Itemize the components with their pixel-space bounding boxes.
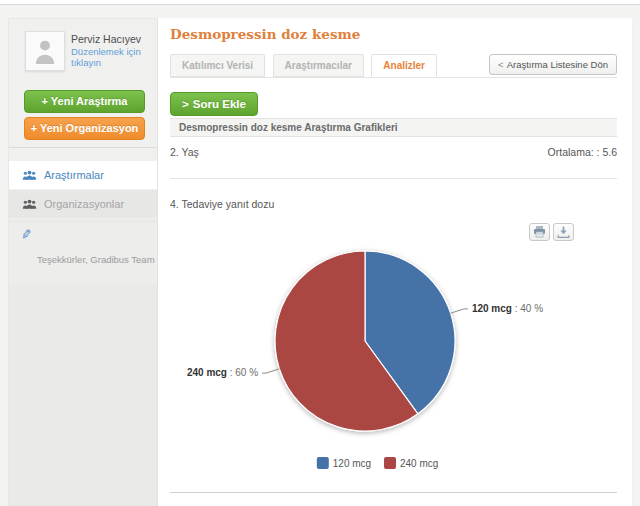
edit-profile-link[interactable]: Düzenlemek için tıklayın xyxy=(71,46,155,68)
sidebar-item-label: Araştırmalar xyxy=(44,161,104,189)
chevron-right-icon: > xyxy=(182,98,189,110)
users-icon xyxy=(22,199,37,210)
sidebar-item-label: Organizasyonlar xyxy=(44,190,124,218)
top-bar xyxy=(0,0,640,5)
add-question-button[interactable]: >Soru Ekle xyxy=(170,92,258,116)
sidebar: Perviz Hacıyev Düzenlemek için tıklayın … xyxy=(8,18,158,506)
legend-item[interactable]: 120 mcg xyxy=(317,457,371,469)
divider xyxy=(170,492,617,493)
chevron-left-icon: < xyxy=(498,59,504,70)
sidebar-nav: Araştırmalar Organizasyonlar ✎ Teşekkürl… xyxy=(9,161,157,505)
back-to-research-list-button[interactable]: <Araştırma Listesine Dön xyxy=(489,54,617,75)
pie-data-label: 240 mcg : 60 % xyxy=(187,367,258,378)
sidebar-item-arastirmalar[interactable]: Araştırmalar xyxy=(9,161,157,190)
question-2-label: 2. Yaş xyxy=(170,146,199,158)
tab-katilimci-verisi[interactable]: Katılımcı Verisi xyxy=(170,54,265,77)
legend-swatch xyxy=(384,457,396,469)
sidebar-item-organizasyonlar[interactable]: Organizasyonlar xyxy=(9,190,157,219)
pie-label-connector xyxy=(262,369,279,373)
section-header: Desmopressin doz kesme Araştırma Grafikl… xyxy=(170,118,617,137)
legend-swatch xyxy=(317,457,329,469)
thanks-note: Teşekkürler, Gradibus Team xyxy=(37,254,155,265)
avatar[interactable] xyxy=(25,31,65,71)
back-button-label: Araştırma Listesine Dön xyxy=(507,59,608,70)
user-name: Perviz Hacıyev xyxy=(71,33,141,45)
divider xyxy=(170,178,617,179)
legend-label: 240 mcg xyxy=(400,458,438,469)
thanks-box: ✎ Teşekkürler, Gradibus Team xyxy=(9,223,157,285)
print-chart-button[interactable] xyxy=(529,223,550,241)
question-2-row: 2. Yaş Ortalama: : 5.6 xyxy=(170,146,617,158)
question-2-average: Ortalama: : 5.6 xyxy=(548,146,617,158)
pencil-icon: ✎ xyxy=(20,226,33,243)
download-chart-button[interactable] xyxy=(553,223,574,241)
pie-data-label: 120 mcg : 40 % xyxy=(472,303,543,314)
new-organization-button[interactable]: + Yeni Organizasyon xyxy=(24,117,145,140)
new-research-button[interactable]: + Yeni Araştırma xyxy=(24,90,145,113)
chart-export-toolbar xyxy=(529,223,574,241)
tabs-row: Katılımcı Verisi Araştırmacılar Analizle… xyxy=(170,54,617,78)
page-title: Desmopressin doz kesme xyxy=(170,26,360,42)
download-icon xyxy=(557,226,570,238)
legend-item[interactable]: 240 mcg xyxy=(384,457,438,469)
tab-analizler[interactable]: Analizler xyxy=(371,54,437,77)
add-question-label: Soru Ekle xyxy=(193,98,246,110)
pie-label-connector xyxy=(451,309,468,313)
tab-arastirmacilar[interactable]: Araştırmacılar xyxy=(273,54,364,77)
sidebar-divider xyxy=(9,147,157,148)
legend-label: 120 mcg xyxy=(333,458,371,469)
pie-chart: 120 mcg : 40 %240 mcg : 60 % 120 mcg240 … xyxy=(170,243,620,488)
users-icon xyxy=(22,170,37,181)
person-silhouette-icon xyxy=(32,37,58,65)
print-icon xyxy=(533,226,546,238)
main-panel: Desmopressin doz kesme Katılımcı Verisi … xyxy=(158,18,632,506)
question-4-label: 4. Tedaviye yanıt dozu xyxy=(170,198,617,210)
